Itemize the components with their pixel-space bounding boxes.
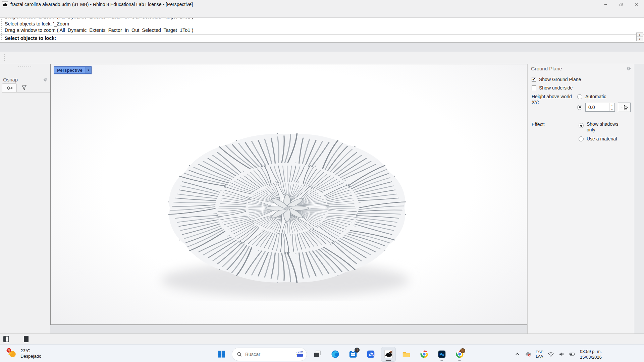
command-scroll-up-button[interactable]: ▲	[636, 33, 643, 37]
ground-plane-panel-title: Ground Plane	[531, 66, 626, 71]
use-material-radio-row[interactable]: Use a material	[579, 136, 631, 141]
panel-toggle-icon[interactable]	[24, 336, 29, 342]
window-title: fractal carolina alvarado.3dm (31 MB) - …	[10, 2, 598, 7]
pane-toggle-icon[interactable]	[3, 336, 9, 342]
command-history-clipped-line: Drag a window to zoom ( All Dynamic Exte…	[5, 18, 641, 21]
photoshop-icon	[437, 350, 446, 359]
battery-icon[interactable]	[569, 351, 576, 357]
start-button[interactable]	[214, 347, 229, 362]
chrome-icon	[420, 350, 429, 359]
command-drag-handle[interactable]	[1, 19, 2, 41]
show-underside-label: Show underside	[539, 85, 573, 90]
edge-app-button[interactable]	[328, 347, 342, 362]
edge-icon	[331, 350, 340, 359]
selection-filter-tab[interactable]	[17, 83, 32, 92]
gear-icon[interactable]	[43, 77, 48, 82]
chrome-profile-app-button[interactable]	[452, 347, 467, 362]
automatic-radio-row[interactable]: Automatic	[577, 94, 631, 99]
task-view-icon	[313, 350, 322, 359]
search-highlight-icon[interactable]	[296, 350, 304, 358]
spin-down-button[interactable]: ▼	[609, 107, 614, 111]
search-icon	[236, 351, 243, 357]
show-ground-plane-label: Show Ground Plane	[539, 77, 581, 82]
height-value-input[interactable]: 0.0 ▲ ▼	[585, 103, 615, 112]
ground-plane-panel: Ground Plane Show Ground Plane Show unde…	[527, 64, 634, 334]
search-placeholder: Buscar	[245, 352, 293, 357]
clock-date: 15/03/2026	[580, 354, 602, 360]
right-panel-tab-rail	[634, 64, 644, 334]
command-history[interactable]: Drag a window to zoom ( All Dynamic Exte…	[0, 18, 644, 35]
osnap-target-icon	[6, 84, 13, 91]
standard-toolbar	[0, 52, 644, 64]
menu-bar	[0, 9, 644, 17]
taskbar-weather-widget[interactable]: 4 23°C Despejado	[5, 347, 41, 360]
weather-icon: 4	[5, 347, 18, 360]
store-update-badge: 1	[355, 348, 360, 353]
gear-icon[interactable]	[626, 66, 631, 71]
filter-funnel-icon	[21, 84, 28, 91]
chevron-down-icon[interactable]: ▼	[86, 66, 92, 74]
height-above-label: Height above world XY:	[532, 94, 573, 115]
viewport-tab-bar	[50, 325, 527, 334]
title-bar: fractal carolina alvarado.3dm (31 MB) - …	[0, 0, 644, 9]
osnap-tab[interactable]	[2, 83, 17, 92]
effect-label: Effect:	[532, 121, 575, 145]
weather-temperature: 23°C	[20, 348, 41, 354]
wifi-icon[interactable]	[548, 351, 554, 357]
show-underside-checkbox[interactable]	[532, 85, 536, 90]
close-button[interactable]	[629, 0, 644, 9]
chrome-app-button[interactable]	[417, 347, 431, 362]
left-tool-sidebar: Osnap	[0, 64, 50, 334]
weather-condition: Despejado	[20, 354, 41, 359]
onedrive-error-icon[interactable]	[525, 351, 531, 357]
command-area: Drag a window to zoom ( All Dynamic Exte…	[0, 17, 644, 43]
notification-count-badge: 4	[8, 349, 10, 352]
show-underside-checkbox-row[interactable]: Show underside	[532, 85, 631, 90]
microsoft-store-app-button[interactable]: 1	[345, 347, 360, 362]
height-value[interactable]: 0.0	[586, 105, 609, 110]
osnap-panel-title: Osnap	[3, 77, 43, 82]
height-value-radio[interactable]	[577, 105, 582, 110]
windows-taskbar: 4 23°C Despejado Buscar 1	[0, 344, 644, 362]
task-view-button[interactable]	[310, 347, 325, 362]
spin-up-button[interactable]: ▲	[609, 103, 614, 107]
palette-drag-handle[interactable]	[18, 66, 32, 67]
rhino-8-app-icon: 8	[384, 350, 393, 359]
profile-avatar-badge	[460, 348, 465, 353]
viewport-title-dropdown[interactable]: Perspective ▼	[54, 66, 92, 74]
photoshop-app-button[interactable]	[434, 347, 449, 362]
viewport-title[interactable]: Perspective	[54, 66, 86, 74]
minimize-button[interactable]	[598, 0, 613, 9]
volume-icon[interactable]	[558, 351, 565, 357]
perspective-viewport[interactable]: Perspective ▼	[50, 64, 527, 325]
command-scroll-down-button[interactable]: ▼	[636, 37, 643, 41]
language-indicator[interactable]: ESP LAA	[536, 350, 543, 358]
taskbar-search-box[interactable]: Buscar	[232, 348, 307, 361]
osnap-panel: Osnap	[0, 76, 50, 94]
use-material-radio[interactable]	[579, 136, 584, 141]
show-shadows-radio[interactable]	[579, 123, 584, 128]
height-value-radio-row[interactable]: 0.0 ▲ ▼	[577, 103, 631, 112]
status-bar	[0, 334, 644, 344]
automatic-label: Automatic	[585, 94, 606, 99]
show-ground-plane-checkbox-row[interactable]: Show Ground Plane	[532, 77, 631, 82]
rhino-8-app-button[interactable]: 8	[381, 347, 396, 362]
show-shadows-radio-row[interactable]: Show shadows only	[579, 121, 631, 133]
clock-widget[interactable]: 03:59 p. m. 15/03/2026	[580, 349, 602, 360]
toolbar-drag-handle[interactable]	[4, 54, 5, 61]
command-prompt[interactable]: Select objects to lock:	[0, 35, 644, 42]
command-history-line[interactable]: Drag a window to zoom ( All Dynamic Exte…	[5, 27, 641, 34]
design-app-button[interactable]	[363, 347, 378, 362]
show-ground-plane-checkbox[interactable]	[532, 77, 536, 82]
rhino-application-window: fractal carolina alvarado.3dm (31 MB) - …	[0, 0, 644, 362]
file-explorer-app-button[interactable]	[399, 347, 414, 362]
pick-height-button[interactable]	[618, 103, 631, 112]
tray-chevron-up-icon[interactable]	[514, 351, 521, 357]
toolbar-tab-row	[0, 43, 644, 52]
restore-button[interactable]	[613, 0, 629, 9]
windows-logo-icon	[217, 350, 226, 359]
command-history-line: Select objects to lock: '_Zoom	[5, 21, 641, 27]
use-material-label: Use a material	[587, 136, 617, 141]
automatic-radio[interactable]	[577, 94, 582, 99]
design-app-icon	[366, 350, 375, 359]
